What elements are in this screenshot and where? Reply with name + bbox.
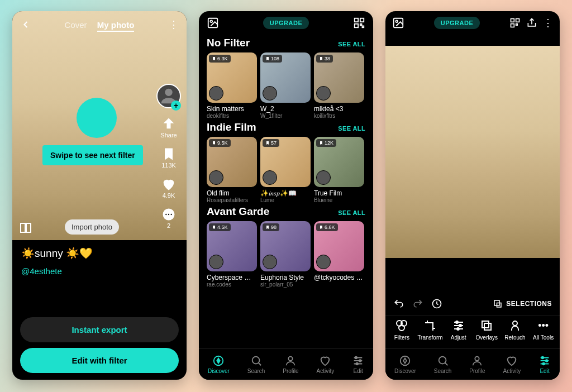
share-label: Share: [160, 132, 177, 138]
undo-button[interactable]: [393, 298, 404, 309]
filter-card[interactable]: 9.5K Old flim Rosiepastafilters: [207, 137, 257, 203]
tab-my-photo[interactable]: My photo: [97, 20, 135, 32]
gallery-icon[interactable]: [392, 17, 404, 29]
tab-cover[interactable]: Cover: [65, 20, 87, 30]
nav-activity[interactable]: Activity: [317, 355, 335, 374]
qr-icon[interactable]: [353, 17, 365, 29]
upgrade-button[interactable]: UPGRADE: [263, 17, 309, 29]
filter-name: Euphoria Style: [260, 274, 311, 281]
screen-discover: UPGRADE No Filter SEE ALL 6.3K Skin matt…: [199, 11, 373, 380]
upgrade-button[interactable]: UPGRADE: [434, 17, 480, 29]
redo-button[interactable]: [412, 298, 423, 309]
see-all-link[interactable]: SEE ALL: [338, 125, 365, 132]
selections-label: SELECTIONS: [506, 300, 552, 308]
creator-avatar[interactable]: +: [156, 84, 181, 108]
filter-card[interactable]: 57 ✨𝑖𝑛𝑠𝑝✨📖 Lume: [260, 137, 311, 203]
svg-marker-47: [404, 358, 407, 363]
bookmark-badge: 108: [263, 55, 282, 63]
nav-profile[interactable]: Profile: [469, 355, 485, 374]
creator-avatar-icon: [209, 86, 223, 101]
filter-row[interactable]: 6.3K Skin matters deokifltrs 108 W_2 W_1…: [207, 52, 365, 119]
nav-profile-label: Profile: [469, 368, 485, 374]
tool-adjust[interactable]: Adjust: [445, 319, 473, 341]
filter-thumbnail: 108: [260, 52, 311, 103]
svg-point-22: [355, 357, 358, 359]
filter-name: Skin matters: [207, 105, 257, 113]
nav-discover-label: Discover: [208, 368, 230, 374]
share-icon[interactable]: [526, 17, 537, 28]
tool-retouch[interactable]: Retouch: [501, 319, 529, 341]
svg-point-18: [289, 357, 293, 361]
share-button[interactable]: Share: [160, 116, 177, 138]
nav-edit-label: Edit: [540, 368, 549, 374]
filter-card[interactable]: 38 mlkteå <3 koilixfltrs: [314, 52, 364, 119]
svg-rect-27: [511, 19, 514, 22]
svg-point-0: [165, 89, 172, 96]
svg-point-3: [168, 214, 169, 215]
follow-plus-icon[interactable]: +: [171, 101, 181, 111]
top-bar: UPGRADE: [199, 11, 373, 35]
gallery-icon[interactable]: [207, 17, 219, 29]
comment-button[interactable]: 2: [161, 207, 177, 229]
filter-card[interactable]: 4.5K Cyberspace @r… rae.codes: [207, 221, 257, 288]
nav-edit[interactable]: Edit: [352, 355, 364, 374]
edit-with-filter-button[interactable]: Edit with filter: [20, 348, 179, 373]
see-all-link[interactable]: SEE ALL: [338, 209, 365, 216]
bookmark-badge: 38: [316, 55, 333, 63]
svg-rect-12: [360, 24, 362, 26]
svg-rect-5: [21, 223, 25, 232]
bookmark-badge: 6.6K: [316, 223, 338, 231]
tool-retouch-label: Retouch: [504, 334, 525, 341]
creator-avatar-icon: [316, 170, 331, 185]
nav-activity[interactable]: Activity: [503, 355, 521, 374]
bookmark-badge: 57: [263, 139, 279, 147]
see-all-link[interactable]: SEE ALL: [338, 41, 365, 47]
more-menu[interactable]: ⋮: [165, 18, 179, 31]
compare-icon[interactable]: [19, 221, 32, 235]
filter-name: Old flim: [207, 189, 257, 197]
nav-edit[interactable]: Edit: [538, 355, 551, 374]
filter-name: W_2: [260, 105, 311, 113]
tool-overlays[interactable]: Overlays: [473, 319, 500, 341]
nav-discover[interactable]: Discover: [208, 355, 230, 374]
filter-row[interactable]: 4.5K Cyberspace @r… rae.codes 98 Euphori…: [207, 221, 365, 288]
svg-point-23: [359, 360, 361, 362]
selections-button[interactable]: SELECTIONS: [493, 299, 552, 309]
instant-export-button[interactable]: Instant export: [20, 317, 179, 342]
like-button[interactable]: 4.9K: [161, 176, 177, 199]
history-button[interactable]: [431, 298, 442, 309]
more-menu[interactable]: ⋮: [543, 17, 553, 29]
filter-card[interactable]: 108 W_2 W_1filter: [260, 52, 311, 119]
filter-card[interactable]: 98 Euphoria Style sir_polarr_05: [260, 221, 311, 288]
section-title: Indie Film: [207, 121, 256, 133]
nav-profile[interactable]: Profile: [283, 355, 298, 374]
bookmark-badge: 6.3K: [209, 55, 231, 63]
editor-canvas[interactable]: [385, 46, 560, 258]
post-username[interactable]: @4esthete: [12, 266, 187, 276]
filter-author: W_1filter: [260, 113, 311, 119]
filter-thumbnail: 12K: [314, 137, 364, 187]
back-button[interactable]: [20, 18, 34, 31]
tool-transform[interactable]: Transform: [416, 319, 444, 341]
bookmark-count: 113K: [161, 162, 176, 169]
qr-icon[interactable]: [509, 17, 521, 28]
filter-card[interactable]: 6.3K Skin matters deokifltrs: [207, 52, 257, 119]
filter-card[interactable]: 6.6K @tckyocodes : y…: [314, 221, 364, 288]
tool-filters[interactable]: Filters: [388, 319, 416, 341]
tool-all-tools[interactable]: ••• All Tools: [530, 319, 557, 341]
svg-point-4: [171, 214, 172, 215]
filter-section: Indie Film SEE ALL 9.5K Old flim Rosiepa…: [199, 119, 373, 203]
nav-discover[interactable]: Discover: [394, 355, 416, 374]
filter-author: deokifltrs: [207, 113, 257, 119]
bookmark-button[interactable]: 113K: [161, 146, 177, 169]
filter-card[interactable]: 12K True Film Blueine: [314, 137, 364, 203]
nav-search[interactable]: Search: [434, 355, 452, 374]
nav-search[interactable]: Search: [247, 355, 265, 374]
section-title: Avant Garde: [207, 205, 269, 218]
filter-author: Lume: [260, 197, 311, 203]
import-photo-button[interactable]: Import photo: [65, 219, 119, 235]
filter-row[interactable]: 9.5K Old flim Rosiepastafilters 57 ✨𝑖𝑛𝑠𝑝…: [207, 137, 365, 203]
svg-rect-9: [355, 18, 358, 22]
filter-name: mlkteå <3: [314, 105, 364, 113]
creator-avatar-icon: [316, 255, 331, 269]
